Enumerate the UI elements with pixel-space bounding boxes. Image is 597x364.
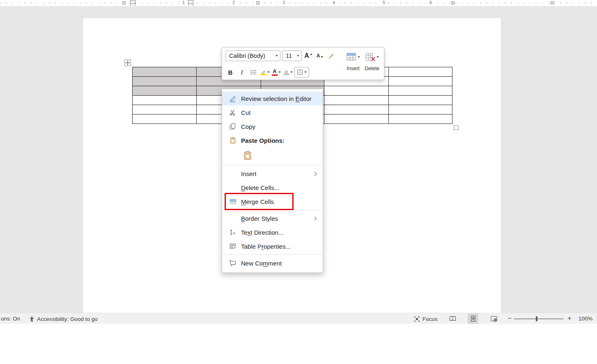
bullets-icon — [250, 69, 257, 75]
menu-item-label: Text Direction... — [241, 229, 283, 236]
focus-button[interactable]: Focus — [414, 315, 438, 323]
editor-pen-icon — [229, 94, 237, 103]
table-cell[interactable] — [389, 114, 452, 124]
italic-button[interactable]: I — [237, 67, 247, 78]
chevron-down-icon — [297, 55, 299, 57]
zoom-percentage[interactable]: 100% — [577, 316, 594, 322]
menu-item-insert[interactable]: Insert — [222, 167, 323, 181]
read-mode-icon — [449, 316, 457, 322]
highlight-button[interactable] — [260, 67, 270, 78]
menu-item-label: Border Styles — [241, 215, 278, 222]
right-indent-marker[interactable] — [188, 0, 193, 9]
chevron-down-icon — [276, 55, 278, 57]
format-painter-button[interactable] — [326, 50, 336, 61]
table-cell[interactable] — [133, 96, 197, 105]
svg-text:A: A — [233, 231, 236, 235]
mini-toolbar: Calibri (Body) 11 A A — [222, 47, 384, 80]
delete-table-button[interactable]: Delete — [363, 50, 381, 71]
table-cell[interactable] — [133, 77, 197, 86]
zoom-in-button[interactable]: + — [566, 314, 573, 323]
table-cell[interactable] — [133, 105, 197, 114]
paste-option-icon — [243, 151, 253, 160]
table-resize-handle[interactable] — [454, 125, 459, 130]
paste-options-row — [222, 147, 323, 164]
table-cell[interactable] — [324, 114, 389, 124]
table-move-handle[interactable] — [124, 60, 131, 66]
table-cell[interactable] — [389, 96, 452, 105]
ruler-number: 4 — [331, 0, 336, 6]
table-cell[interactable] — [133, 114, 197, 124]
font-size-value: 11 — [286, 53, 292, 59]
ruler-column-marker[interactable] — [451, 1, 455, 5]
grow-font-button[interactable]: A — [303, 50, 313, 61]
merge-cells-icon — [229, 197, 237, 206]
menu-item-label: Copy — [241, 123, 255, 130]
menu-item-border-styles[interactable]: Border Styles — [222, 211, 323, 225]
read-mode-button[interactable] — [447, 314, 458, 324]
table-cell[interactable] — [324, 105, 389, 114]
insert-rows-columns-button[interactable]: Insert — [344, 50, 363, 71]
zoom-out-button[interactable]: − — [506, 314, 513, 323]
chevron-down-icon — [290, 71, 293, 73]
menu-item-table-properties[interactable]: Table Properties... — [222, 239, 323, 253]
clipboard-icon — [229, 136, 237, 144]
table-cell[interactable] — [133, 67, 197, 77]
menu-item-cut[interactable]: Cut — [222, 105, 323, 119]
zoom-slider-thumb[interactable] — [536, 316, 537, 321]
zoom-slider[interactable] — [514, 318, 563, 319]
web-layout-icon — [490, 316, 498, 322]
keep-source-formatting-paste-button[interactable] — [241, 149, 254, 162]
menu-item-label: New Comment — [241, 260, 282, 267]
menu-item-review-selection-in-editor[interactable]: Review selection in Editor — [222, 92, 323, 105]
ruler-column-marker[interactable] — [122, 1, 126, 5]
web-layout-button[interactable] — [489, 314, 499, 324]
font-size-combobox[interactable]: 11 — [282, 50, 302, 61]
table-cell[interactable] — [389, 86, 452, 96]
menu-item-copy[interactable]: Copy — [222, 119, 323, 133]
menu-item-label: Cut — [241, 109, 250, 116]
delete-table-icon — [365, 52, 376, 62]
font-name-combobox[interactable]: Calibri (Body) — [225, 50, 280, 61]
table-cell[interactable] — [324, 86, 389, 96]
chevron-down-icon — [304, 71, 307, 73]
context-menu: Review selection in Editor Cut Copy — [222, 89, 323, 273]
new-comment-icon — [229, 259, 237, 267]
table-cell[interactable] — [389, 77, 452, 86]
print-layout-button[interactable] — [468, 314, 478, 324]
print-layout-icon — [470, 315, 476, 322]
ruler-number: 6 — [428, 0, 433, 6]
bullets-button[interactable] — [248, 67, 258, 78]
menu-separator — [223, 165, 322, 165]
table-cell[interactable] — [133, 86, 197, 96]
accessibility-label: Accessibility: Good to go — [37, 316, 98, 322]
menu-item-new-comment[interactable]: New Comment — [222, 256, 323, 270]
left-indent-marker[interactable] — [130, 0, 135, 9]
status-left-truncated[interactable]: ons: On — [1, 316, 20, 322]
insert-table-icon — [346, 52, 357, 62]
submenu-chevron-icon — [313, 172, 317, 176]
menu-item-merge-cells[interactable]: Merge Cells — [222, 195, 323, 208]
shrink-font-button[interactable]: A — [315, 50, 325, 61]
horizontal-ruler[interactable]: 1 2 3 4 5 6 — [0, 0, 597, 6]
menu-item-delete-cells[interactable]: Delete Cells... — [222, 181, 323, 195]
ruler-column-marker[interactable] — [551, 1, 554, 5]
menu-item-label: Table Properties... — [241, 243, 291, 250]
copy-icon — [229, 122, 237, 130]
insert-label: Insert — [347, 66, 359, 71]
menu-item-text-direction[interactable]: A Text Direction... — [222, 225, 323, 239]
ruler-number: 3 — [281, 0, 286, 6]
status-bar: ons: On Accessibility: Good to go Focus — [0, 313, 597, 324]
accessibility-status[interactable]: Accessibility: Good to go — [29, 315, 98, 323]
highlighter-icon — [260, 69, 266, 76]
table-cell[interactable] — [389, 105, 452, 114]
table-cell[interactable] — [389, 67, 452, 77]
focus-label: Focus — [422, 316, 438, 322]
ruler-column-marker[interactable] — [256, 1, 259, 5]
font-color-button[interactable]: A — [271, 67, 281, 78]
shading-button[interactable] — [283, 67, 293, 78]
borders-button[interactable] — [294, 67, 309, 78]
bold-button[interactable]: B — [225, 67, 235, 78]
table-cell[interactable] — [324, 96, 389, 105]
accessibility-icon — [29, 316, 35, 322]
menu-item-label: Merge Cells — [241, 198, 274, 205]
